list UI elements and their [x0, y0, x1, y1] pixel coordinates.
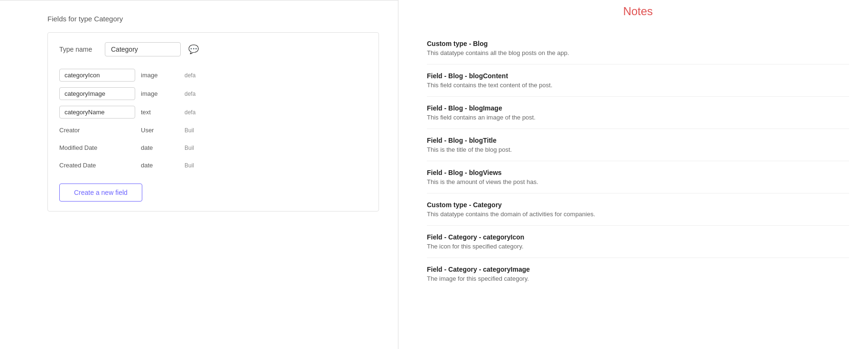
- fields-container: Type name 💬 imagedefaimagedefatextdefaCr…: [47, 32, 379, 211]
- field-type: User: [141, 127, 179, 134]
- note-title: Field - Category - categoryImage: [427, 266, 849, 273]
- note-title: Custom type - Blog: [427, 40, 849, 47]
- note-title: Field - Category - categoryIcon: [427, 233, 849, 241]
- right-panel: Notes Custom type - BlogThis datatype co…: [398, 0, 868, 349]
- field-badge: Buil: [185, 162, 194, 169]
- field-name-text: Created Date: [59, 159, 135, 171]
- note-item: Field - Category - categoryIconThe icon …: [427, 226, 849, 258]
- field-type: date: [141, 144, 179, 151]
- field-row: CreatorUserBuil: [59, 121, 367, 139]
- field-badge: defa: [185, 109, 195, 116]
- note-item: Field - Blog - blogContentThis field con…: [427, 64, 849, 97]
- note-title: Custom type - Category: [427, 201, 849, 209]
- type-name-row: Type name 💬: [59, 42, 367, 56]
- field-type: text: [141, 109, 179, 116]
- field-row: Created DatedateBuil: [59, 156, 367, 174]
- field-badge: Buil: [185, 145, 194, 151]
- note-desc: This datatype contains the domain of act…: [427, 211, 849, 218]
- field-row: Modified DatedateBuil: [59, 139, 367, 156]
- field-name-input[interactable]: [59, 69, 135, 82]
- notes-title: Notes: [427, 5, 849, 18]
- chat-icon[interactable]: 💬: [188, 44, 199, 55]
- note-desc: This is the title of the blog post.: [427, 146, 849, 153]
- field-row: imagedefa: [59, 66, 367, 84]
- notes-list: Custom type - BlogThis datatype contains…: [427, 32, 849, 290]
- note-title: Field - Blog - blogContent: [427, 72, 849, 80]
- top-divider: [0, 0, 398, 0]
- field-name-input[interactable]: [59, 106, 135, 119]
- note-desc: The image for this specified category.: [427, 275, 849, 282]
- note-title: Field - Blog - blogViews: [427, 169, 849, 176]
- field-name-text: Modified Date: [59, 142, 135, 154]
- type-name-label: Type name: [59, 46, 97, 53]
- note-desc: The icon for this specified category.: [427, 243, 849, 250]
- field-name-input[interactable]: [59, 87, 135, 100]
- fields-header: Fields for type Category: [0, 15, 398, 32]
- field-type: image: [141, 90, 179, 97]
- note-desc: This is the amount of views the post has…: [427, 178, 849, 185]
- field-row: textdefa: [59, 103, 367, 121]
- field-type: date: [141, 162, 179, 169]
- fields-table: imagedefaimagedefatextdefaCreatorUserBui…: [59, 66, 367, 174]
- field-row: imagedefa: [59, 84, 367, 103]
- note-item: Custom type - CategoryThis datatype cont…: [427, 193, 849, 226]
- type-name-input[interactable]: [105, 42, 181, 56]
- field-type: image: [141, 72, 179, 79]
- main-container: Fields for type Category Type name 💬 ima…: [0, 0, 868, 349]
- left-panel: Fields for type Category Type name 💬 ima…: [0, 0, 398, 349]
- note-item: Custom type - BlogThis datatype contains…: [427, 32, 849, 64]
- note-title: Field - Blog - blogTitle: [427, 137, 849, 144]
- note-item: Field - Category - categoryImageThe imag…: [427, 258, 849, 290]
- note-title: Field - Blog - blogImage: [427, 104, 849, 112]
- field-name-text: Creator: [59, 124, 135, 136]
- create-new-field-button[interactable]: Create a new field: [59, 184, 142, 202]
- note-item: Field - Blog - blogTitleThis is the titl…: [427, 129, 849, 161]
- note-desc: This field contains an image of the post…: [427, 114, 849, 121]
- note-item: Field - Blog - blogViewsThis is the amou…: [427, 161, 849, 193]
- field-badge: defa: [185, 91, 195, 97]
- field-badge: Buil: [185, 127, 194, 134]
- note-desc: This datatype contains all the blog post…: [427, 49, 849, 56]
- field-badge: defa: [185, 72, 195, 79]
- note-desc: This field contains the text content of …: [427, 82, 849, 89]
- note-item: Field - Blog - blogImageThis field conta…: [427, 97, 849, 129]
